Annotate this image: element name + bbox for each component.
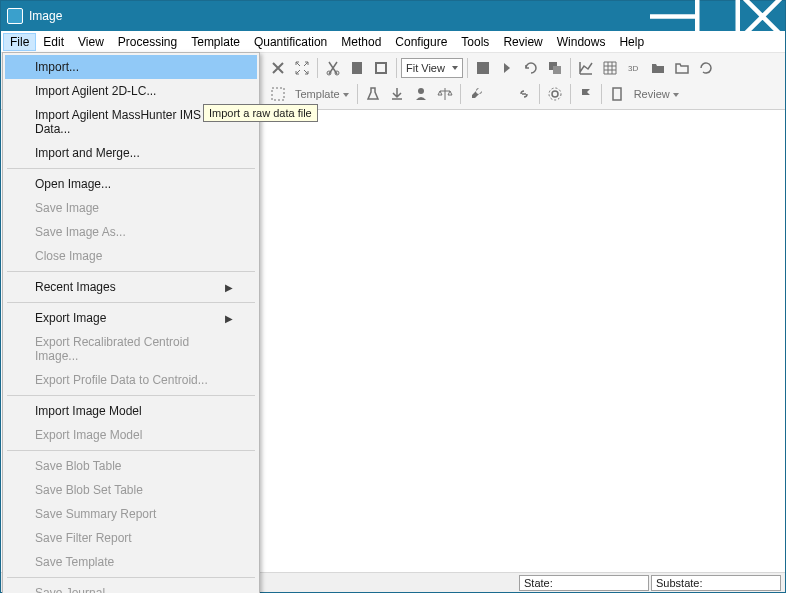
menu-item: Save Journal <box>5 581 257 593</box>
app-icon <box>7 8 23 24</box>
tooltip: Import a raw data file <box>203 104 318 122</box>
maximize-button[interactable] <box>695 1 740 31</box>
flask-icon[interactable] <box>362 83 384 105</box>
svg-point-12 <box>549 88 561 100</box>
folder-icon[interactable] <box>671 57 693 79</box>
menu-item[interactable]: Import Image Model <box>5 399 257 423</box>
menu-item[interactable]: Import Agilent 2D-LC... <box>5 79 257 103</box>
expand-icon[interactable] <box>291 57 313 79</box>
svg-rect-13 <box>613 88 621 100</box>
stop-icon[interactable] <box>370 57 392 79</box>
menu-template[interactable]: Template <box>184 33 247 51</box>
menu-windows[interactable]: Windows <box>550 33 613 51</box>
flag-icon[interactable] <box>575 83 597 105</box>
cut-icon[interactable] <box>322 57 344 79</box>
menu-item[interactable]: Export Image▶ <box>5 306 257 330</box>
menu-method[interactable]: Method <box>334 33 388 51</box>
wrench-icon[interactable] <box>465 83 487 105</box>
svg-rect-9 <box>272 88 284 100</box>
delete-icon[interactable] <box>267 57 289 79</box>
menu-item: Save Blob Table <box>5 454 257 478</box>
menu-item: Export Image Model <box>5 423 257 447</box>
menu-item[interactable]: Import and Merge... <box>5 141 257 165</box>
gear-icon[interactable] <box>544 83 566 105</box>
balance-icon[interactable] <box>434 83 456 105</box>
svg-rect-7 <box>553 66 561 74</box>
page-icon[interactable] <box>346 57 368 79</box>
menu-item: Save Summary Report <box>5 502 257 526</box>
menu-help[interactable]: Help <box>612 33 651 51</box>
brush-icon[interactable] <box>489 83 511 105</box>
menu-item[interactable]: Open Image... <box>5 172 257 196</box>
chart-icon[interactable] <box>575 57 597 79</box>
document-icon[interactable] <box>606 83 628 105</box>
person-icon[interactable] <box>410 83 432 105</box>
menu-item[interactable]: Recent Images▶ <box>5 275 257 299</box>
menu-item: Export Recalibrated Centroid Image... <box>5 330 257 368</box>
close-button[interactable] <box>740 1 785 31</box>
svg-point-11 <box>552 91 558 97</box>
state-box: State: <box>519 575 649 591</box>
menu-review[interactable]: Review <box>496 33 549 51</box>
menu-item: Save Filter Report <box>5 526 257 550</box>
menu-item: Save Image As... <box>5 220 257 244</box>
download-icon[interactable] <box>386 83 408 105</box>
titlebar: Image <box>1 1 785 31</box>
menu-file[interactable]: File <box>3 33 36 51</box>
link-icon[interactable] <box>513 83 535 105</box>
next-icon[interactable] <box>496 57 518 79</box>
svg-point-10 <box>418 88 424 94</box>
svg-rect-4 <box>376 63 386 73</box>
grid-icon[interactable] <box>599 57 621 79</box>
menu-item: Save Template <box>5 550 257 574</box>
template-dropdown[interactable]: Template <box>291 88 353 100</box>
menu-view[interactable]: View <box>71 33 111 51</box>
folder-open-icon[interactable] <box>647 57 669 79</box>
substate-box: Substate: <box>651 575 781 591</box>
tool-icon-1[interactable] <box>472 57 494 79</box>
layers-icon[interactable] <box>544 57 566 79</box>
menu-processing[interactable]: Processing <box>111 33 184 51</box>
menu-item[interactable]: Import... <box>5 55 257 79</box>
svg-text:3D: 3D <box>628 64 638 73</box>
selection-icon[interactable] <box>267 83 289 105</box>
refresh-icon[interactable] <box>695 57 717 79</box>
file-menu-dropdown: Import...Import Agilent 2D-LC...Import A… <box>2 52 260 593</box>
menu-configure[interactable]: Configure <box>388 33 454 51</box>
menu-item: Save Image <box>5 196 257 220</box>
menu-item: Export Profile Data to Centroid... <box>5 368 257 392</box>
menu-item: Close Image <box>5 244 257 268</box>
menu-edit[interactable]: Edit <box>36 33 71 51</box>
window-title: Image <box>29 9 650 23</box>
fitview-combo[interactable]: Fit View <box>401 58 463 78</box>
svg-rect-3 <box>352 62 362 74</box>
minimize-button[interactable] <box>650 1 695 31</box>
menu-quantification[interactable]: Quantification <box>247 33 334 51</box>
menubar: File Edit View Processing Template Quant… <box>1 31 785 53</box>
menu-item: Save Blob Set Table <box>5 478 257 502</box>
cube-icon[interactable]: 3D <box>623 57 645 79</box>
svg-rect-5 <box>477 62 489 74</box>
redo-icon[interactable] <box>520 57 542 79</box>
menu-tools[interactable]: Tools <box>454 33 496 51</box>
review-dropdown[interactable]: Review <box>630 88 683 100</box>
